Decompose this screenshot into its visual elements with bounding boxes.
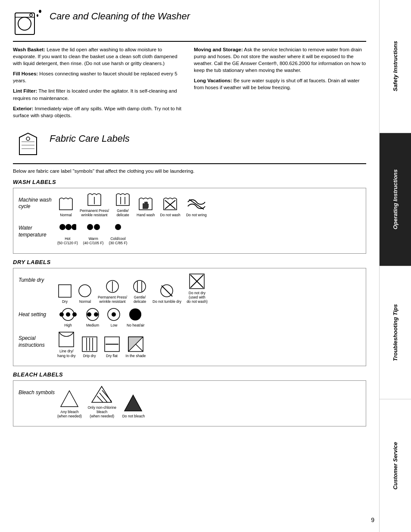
do-not-bleach-label: Do not bleach [122,414,145,418]
symbol-in-shade: In the shade [126,336,146,358]
symbol-warm: Warm(40 C/105 F) [83,221,104,245]
wash-basket-para: Wash Basket: Leave the lid open after wa… [13,46,185,67]
normal-label: Normal [60,213,72,217]
care-cleaning-left: Wash Basket: Leave the lid open after wa… [13,46,185,122]
fabric-care-section: Fabric Care Labels Below are fabric care… [13,131,366,426]
special-instructions-symbols: Line dry/hang to dry Drip dry [57,331,146,358]
symbol-perm-press-dry: Permanent Press/wrinkle resistant [98,279,127,304]
svg-point-34 [94,312,98,317]
gentle-dry-label: Gentle/delicate [134,295,146,304]
bleach-labels-heading: BLEACH LABELS [13,371,366,378]
symbol-do-not-dry: Do not dry(used withdo not wash) [187,273,208,304]
svg-point-29 [59,312,64,317]
svg-point-13 [87,224,93,230]
special-instructions-label: Special instructions [19,331,57,348]
care-cleaning-header: Care and Cleaning of the Washer [13,9,366,42]
symbol-drip-dry: Drip dry [81,336,98,358]
bleach-symbols: Any bleach(when needed) Only non-chlorin… [57,385,145,419]
care-cleaning-icon [13,9,43,39]
symbol-line-dry: Line dry/hang to dry [57,331,76,358]
svg-point-31 [72,312,77,317]
symbol-do-not-bleach: Do not bleach [122,394,145,418]
any-bleach-label: Any bleach(when needed) [57,410,82,418]
svg-point-36 [112,312,116,317]
svg-point-1 [18,17,31,30]
symbol-cold-cool: Cold/cool(30 C/85 F) [109,221,127,245]
tumble-dry-symbols: Dry Normal [57,273,208,304]
wash-labels-heading: WASH LABELS [13,179,366,185]
fabric-care-header: Fabric Care Labels [13,131,366,164]
wash-labels-box: Machine wash cycle Normal [13,188,366,254]
special-instructions-row: Special instructions Line dry/hang to dr… [19,331,361,358]
symbol-gentle-dry: Gentle/delicate [132,279,147,304]
svg-point-33 [87,312,91,317]
symbol-no-heat: No heat/air [127,307,145,327]
normal-dry-label: Normal [79,299,91,304]
water-temp-symbols: Hot(50 C/120 F) Warm(40 C/105 F) [57,221,127,245]
exterior-para: Exterior: Immediately wipe off any spill… [13,105,185,119]
line-dry-label: Line dry/hang to dry [57,349,76,358]
gentle-delicate-label: Gentle/delicate [116,208,129,217]
svg-line-54 [102,390,112,401]
no-heat-label: No heat/air [127,323,145,327]
svg-point-20 [134,280,146,292]
tumble-dry-row: Tumble dry Dry Normal [19,273,361,304]
sidebar-operating[interactable]: Operating Instructions [380,133,411,266]
fabric-care-icon [13,131,43,161]
moving-storage-para: Moving and Storage: Ask the service tech… [194,46,366,74]
water-temp-row: Water temperature Hot(50 C/120 F) [19,221,361,245]
permanent-press-label: Permanent Press/wrinkle resistant [80,208,109,217]
symbol-non-chlorine: Only non-chlorine bleach(when needed) [87,385,117,419]
symbol-hand-wash: Hand wash [137,197,155,217]
water-temp-label: Water temperature [19,221,57,238]
sidebar-troubleshooting[interactable]: Troubleshooting Tips [380,266,411,399]
svg-point-17 [79,285,91,297]
sidebar-safety[interactable]: Safety Instructions [380,0,411,133]
symbol-medium: Medium [84,307,101,327]
svg-rect-16 [59,285,71,297]
sidebar-safety-label: Safety Instructions [392,41,399,91]
care-cleaning-body: Wash Basket: Leave the lid open after wa… [13,46,366,122]
symbol-dry-flat: Dry flat [103,336,121,358]
cold-cool-label: Cold/cool(30 C/85 F) [109,236,127,245]
sidebar-operating-label: Operating Instructions [392,169,399,229]
symbol-permanent-press: Permanent Press/wrinkle resistant [80,193,109,217]
fabric-care-intro: Below are fabric care label "symbols" th… [13,168,366,174]
do-not-wring-label: Do not wring [186,213,207,217]
do-not-dry-label: Do not dry(used withdo not wash) [187,291,208,304]
svg-line-53 [100,393,107,402]
svg-point-3 [26,137,30,140]
high-label: High [64,323,72,327]
svg-point-2 [30,14,32,16]
svg-marker-55 [125,395,142,411]
symbol-dry: Dry [57,283,72,304]
sidebar-customer-label: Customer Service [392,442,399,490]
machine-wash-label: Machine wash cycle [19,193,57,210]
hand-wash-label: Hand wash [137,213,155,217]
svg-line-24 [162,286,172,296]
sidebar-customer[interactable]: Customer Service [380,399,411,532]
dry-labels-heading: DRY LABELS [13,259,366,265]
care-cleaning-right: Moving and Storage: Ask the service tech… [194,46,366,122]
care-cleaning-title: Care and Cleaning of the Washer [50,9,190,22]
svg-marker-51 [92,386,112,402]
machine-wash-symbols: Normal Permanent Press/wrinkle resistant [57,193,207,217]
bleach-symbols-row: Bleach symbols Any bleach(when needed) [19,385,361,419]
svg-marker-50 [61,391,78,407]
svg-point-12 [72,224,76,230]
svg-point-15 [115,224,121,230]
svg-point-10 [59,224,65,230]
symbol-hot: Hot(50 C/120 F) [57,221,78,245]
svg-point-11 [65,224,72,230]
symbol-do-not-wash: Do not wash [160,197,181,217]
fill-hoses-para: Fill Hoses: Hoses connecting washer to f… [13,70,185,84]
in-shade-label: In the shade [126,354,146,358]
care-cleaning-section: Care and Cleaning of the Washer Wash Bas… [13,9,366,122]
symbol-low: Low [106,307,121,327]
dry-label: Dry [62,299,68,304]
dry-labels-box: Tumble dry Dry Normal [13,268,366,366]
symbol-do-not-tumble: Do not tumble dry [153,283,181,304]
lint-filter-para: Lint Filter: The lint filter is located … [13,87,185,101]
low-label: Low [111,323,118,327]
symbol-normal-dry: Normal [78,283,93,304]
